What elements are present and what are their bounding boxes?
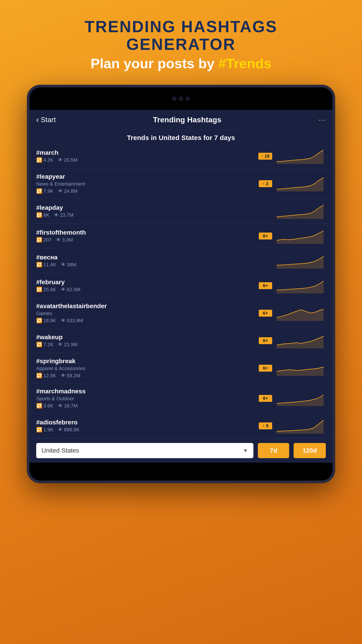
page-title: Trends in United States for 7 days (29, 130, 333, 144)
more-options-icon[interactable]: ··· (319, 116, 326, 124)
chart-area: ↑ 19 (108, 148, 326, 164)
retweet-stat: 🔁 1.9K (36, 427, 53, 433)
hashtag-info: #february 🔁 25.6K 👁 62.5M (36, 278, 108, 292)
retweet-count: 12.5K (43, 373, 56, 378)
hashtag-row[interactable]: #adiosfebrero 🔁 1.9K 👁 899.5K ↑ 5 (29, 414, 333, 438)
hashtag-row[interactable]: #avatarthelastairbender Games 🔁 18.9K 👁 … (29, 298, 333, 328)
chart-area: 6+ (108, 333, 326, 348)
hashtag-stats: 🔁 18.9K 👁 533.9M (36, 318, 108, 324)
sparkline (277, 253, 326, 268)
retweet-count: 8K (43, 212, 49, 218)
hashtag-name: #leapyear (36, 173, 108, 180)
retweet-count: 4.2K (43, 157, 53, 163)
hashtag-row[interactable]: #marchmadness Sports & Outdoor 🔁 3.6K 👁 … (29, 383, 333, 414)
dropdown-arrow-icon: ▼ (243, 448, 248, 454)
sparkline (277, 228, 326, 244)
retweet-stat: 🔁 12.5K (36, 373, 56, 378)
tablet-camera-3 (185, 96, 190, 101)
views-count: 23.7M (60, 212, 73, 218)
hashtag-row[interactable]: #leapyear News & Entertainment 🔁 7.9K 👁 … (29, 168, 333, 199)
header-title: TRENDING HASHTAGS GENERATOR (85, 18, 278, 53)
views-stat: 👁 21.9M (58, 342, 77, 348)
sparkline (277, 360, 326, 376)
app-header: TRENDING HASHTAGS GENERATOR Plan your po… (85, 18, 278, 71)
retweet-count: 25.6K (43, 287, 56, 292)
retweet-stat: 🔁 4.2K (36, 157, 53, 163)
trend-badge: 6+ (259, 365, 272, 372)
hashtag-info: #springbreak Apparel & Accessories 🔁 12.… (36, 358, 108, 378)
retweet-icon: 🔁 (36, 188, 42, 194)
eye-icon: 👁 (61, 318, 66, 324)
retweet-stat: 🔁 3.6K (36, 403, 53, 409)
tablet-camera (172, 96, 177, 101)
hashtag-name: #firstofthemonth (36, 229, 108, 236)
hashtag-row[interactable]: #firstofthemonth 🔁 207 👁 3.3M 6+ (29, 224, 333, 248)
hashtag-info: #firstofthemonth 🔁 207 👁 3.3M (36, 229, 108, 243)
retweet-icon: 🔁 (36, 318, 42, 324)
hashtag-row[interactable]: #leapday 🔁 8K 👁 23.7M (29, 199, 333, 224)
trend-badge: 6+ (259, 232, 272, 240)
sparkline (277, 418, 326, 434)
hashtag-row[interactable]: #march 🔁 4.2K 👁 20.5M ↑ 19 (29, 144, 333, 168)
hashtag-stats: 🔁 12.5K 👁 58.2M (36, 373, 108, 378)
hashtag-row[interactable]: #february 🔁 25.6K 👁 62.5M 6+ (29, 273, 333, 298)
retweet-count: 3.6K (43, 403, 53, 409)
trend-badge: ↑ 2 (259, 180, 272, 187)
retweet-icon: 🔁 (36, 342, 42, 348)
hashtag-name: #marchmadness (36, 388, 108, 395)
hashtag-info: #march 🔁 4.2K 👁 20.5M (36, 149, 108, 163)
hashtag-stats: 🔁 1.9K 👁 899.5K (36, 427, 108, 433)
sparkline (277, 176, 326, 192)
hashtag-name: #adiosfebrero (36, 419, 108, 426)
views-stat: 👁 58.2M (61, 373, 80, 378)
views-stat: 👁 20.5M (58, 157, 77, 163)
retweet-stat: 🔁 25.6K (36, 287, 56, 292)
hashtag-category: News & Entertainment (36, 181, 108, 187)
sparkline (277, 203, 326, 219)
views-stat: 👁 3.3M (56, 237, 73, 243)
hashtag-row[interactable]: #springbreak Apparel & Accessories 🔁 12.… (29, 353, 333, 383)
chart-area: 6+ (108, 360, 326, 376)
eye-icon: 👁 (58, 342, 63, 348)
hashtag-info: #avatarthelastairbender Games 🔁 18.9K 👁 … (36, 302, 108, 324)
retweet-count: 7.2K (43, 342, 53, 348)
views-stat: 👁 24.8M (58, 188, 77, 194)
eye-icon: 👁 (61, 373, 66, 378)
hashtag-stats: 🔁 25.6K 👁 62.5M (36, 287, 108, 292)
hashtag-info: #adiosfebrero 🔁 1.9K 👁 899.5K (36, 419, 108, 433)
sparkline (277, 390, 326, 406)
retweet-count: 11.4K (43, 262, 56, 268)
period-120d-button[interactable]: 120d (294, 443, 326, 458)
retweet-stat: 🔁 18.9K (36, 318, 56, 324)
views-stat: 👁 23.7M (54, 212, 73, 218)
retweet-count: 18.9K (43, 318, 56, 324)
hashtag-row[interactable]: #wakeup 🔁 7.2K 👁 21.9M 6+ (29, 328, 333, 353)
views-count: 899.5K (64, 427, 79, 433)
sparkline (277, 278, 326, 294)
views-count: 62.5M (67, 287, 80, 292)
tablet-camera-2 (179, 96, 183, 101)
trend-badge: ↑ 19 (258, 153, 272, 160)
eye-icon: 👁 (58, 403, 63, 409)
trend-badge: 6+ (259, 310, 272, 317)
trend-badge: 6+ (259, 337, 272, 344)
nav-title: Trending Hashtags (56, 116, 319, 124)
period-7d-button[interactable]: 7d (258, 443, 289, 458)
views-count: 39M (67, 262, 76, 268)
sparkline (277, 305, 326, 321)
hashtag-row[interactable]: #весна 🔁 11.4K 👁 39M (29, 248, 333, 273)
retweet-stat: 🔁 7.9K (36, 188, 53, 194)
hashtag-stats: 🔁 207 👁 3.3M (36, 237, 108, 243)
trend-badge: 6+ (259, 282, 272, 289)
retweet-count: 1.9K (43, 427, 53, 433)
country-selector[interactable]: United States ▼ (36, 443, 253, 458)
hashtag-stats: 🔁 7.9K 👁 24.8M (36, 188, 108, 194)
country-label: United States (41, 447, 79, 454)
eye-icon: 👁 (54, 212, 59, 218)
hashtag-name: #springbreak (36, 358, 108, 365)
retweet-icon: 🔁 (36, 403, 42, 409)
sparkline (277, 333, 326, 348)
back-button[interactable]: ‹ Start (36, 115, 56, 124)
back-label: Start (41, 116, 56, 124)
chart-area (108, 203, 326, 219)
